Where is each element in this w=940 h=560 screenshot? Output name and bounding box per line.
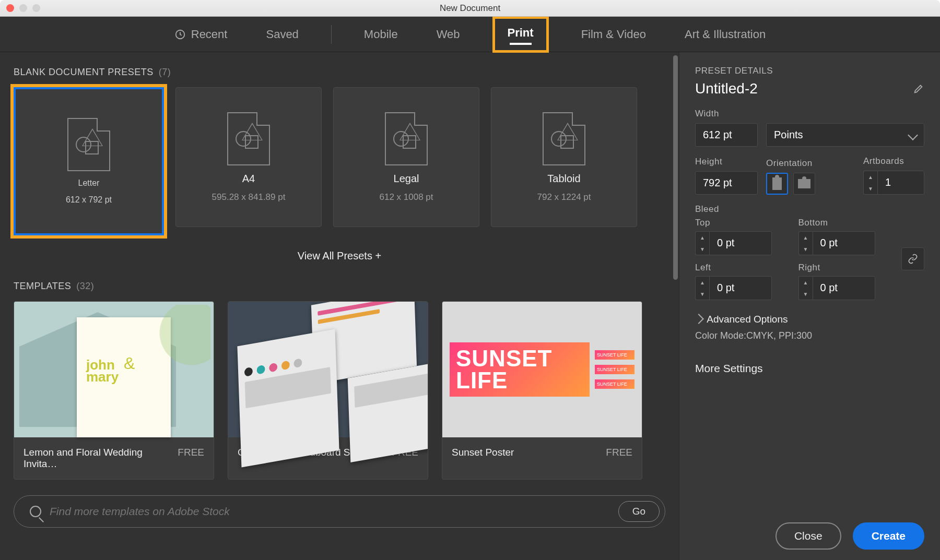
tab-label: Art & Illustration xyxy=(685,28,766,41)
search-icon xyxy=(30,506,41,517)
preset-dimensions: 612 x 1008 pt xyxy=(379,192,433,202)
template-name: Sunset Poster xyxy=(452,447,514,458)
landscape-icon xyxy=(798,179,810,188)
preset-details-header: PRESET DETAILS xyxy=(695,66,924,76)
tab-label: Saved xyxy=(266,28,298,41)
height-label: Height xyxy=(695,157,758,167)
tab-saved[interactable]: Saved xyxy=(260,20,304,49)
preset-details-panel: PRESET DETAILS Untitled-2 Width 612 pt P… xyxy=(679,52,940,560)
template-thumbnail: johnmary & xyxy=(14,302,214,437)
window-title: New Document xyxy=(440,3,500,14)
width-field[interactable]: 612 pt xyxy=(695,123,758,147)
document-icon xyxy=(227,112,270,165)
bleed-right-stepper[interactable]: ▲▼ xyxy=(798,276,813,300)
advanced-options-toggle[interactable]: Advanced Options xyxy=(695,314,924,325)
height-field[interactable]: 792 pt xyxy=(695,171,758,195)
bleed-link-toggle[interactable] xyxy=(901,247,924,270)
link-icon xyxy=(908,254,918,264)
clock-icon xyxy=(174,29,186,40)
bleed-right-field[interactable]: 0 pt xyxy=(813,276,875,300)
bleed-top-stepper[interactable]: ▲▼ xyxy=(695,231,709,255)
chevron-down-icon xyxy=(908,130,918,140)
template-thumbnail xyxy=(228,302,428,437)
tab-mobile[interactable]: Mobile xyxy=(358,20,404,49)
tab-label: Recent xyxy=(191,28,228,41)
artboards-field[interactable]: 1 xyxy=(877,171,924,195)
tab-label: Print xyxy=(508,26,534,40)
go-button[interactable]: Go xyxy=(618,501,660,522)
close-button[interactable]: Close xyxy=(776,522,841,550)
template-card-wedding[interactable]: johnmary & Lemon and Floral Wedding Invi… xyxy=(14,301,214,480)
tab-print[interactable]: Print xyxy=(506,24,536,47)
document-icon xyxy=(543,112,585,165)
zoom-window-icon[interactable] xyxy=(32,4,40,12)
bleed-top-field[interactable]: 0 pt xyxy=(709,231,772,255)
tab-label: Web xyxy=(437,28,460,41)
orientation-landscape[interactable] xyxy=(793,173,815,195)
stock-search-bar: Go xyxy=(14,495,665,528)
document-icon xyxy=(67,118,110,171)
preset-dimensions: 595.28 x 841.89 pt xyxy=(212,192,286,202)
template-thumbnail: SUNSETLIFE SUNSET LIFESUNSET LIFESUNSET … xyxy=(442,302,642,437)
main-panel: BLANK DOCUMENT PRESETS (7) Letter 612 x … xyxy=(0,52,679,560)
template-card-sunset[interactable]: SUNSETLIFE SUNSET LIFESUNSET LIFESUNSET … xyxy=(442,301,642,480)
document-icon xyxy=(385,112,428,165)
preset-name: Legal xyxy=(394,173,419,185)
preset-row: Letter 612 x 792 pt A4 595.28 x 841.89 p… xyxy=(14,87,665,235)
more-settings-button[interactable]: More Settings xyxy=(695,362,924,375)
bleed-left-field[interactable]: 0 pt xyxy=(709,276,772,300)
bleed-bottom-label: Bottom xyxy=(798,218,891,228)
create-button[interactable]: Create xyxy=(853,522,924,550)
window-titlebar: New Document xyxy=(0,0,940,17)
tab-art-illustration[interactable]: Art & Illustration xyxy=(678,20,772,49)
presets-header-text: BLANK DOCUMENT PRESETS xyxy=(14,67,154,78)
templates-header: TEMPLATES (32) xyxy=(14,281,665,292)
tab-web[interactable]: Web xyxy=(430,20,466,49)
bleed-right-label: Right xyxy=(798,263,891,273)
tab-label: Mobile xyxy=(364,28,398,41)
preset-dimensions: 792 x 1224 pt xyxy=(537,192,591,202)
preset-card-letter[interactable]: Letter 612 x 792 pt xyxy=(14,87,164,235)
category-tabs: Recent Saved Mobile Web Print Film & Vid… xyxy=(0,17,940,52)
units-value: Points xyxy=(774,129,803,141)
stock-search-input[interactable] xyxy=(50,505,610,518)
view-all-presets[interactable]: View All Presets + xyxy=(14,250,665,262)
traffic-lights xyxy=(6,4,40,12)
bleed-label: Bleed xyxy=(695,204,924,215)
template-price: FREE xyxy=(178,447,204,470)
tab-film-video[interactable]: Film & Video xyxy=(575,20,652,49)
orientation-portrait[interactable] xyxy=(766,173,788,195)
tab-recent[interactable]: Recent xyxy=(168,20,234,49)
portrait-icon xyxy=(772,177,782,190)
bleed-bottom-stepper[interactable]: ▲▼ xyxy=(798,231,813,255)
preset-card-legal[interactable]: Legal 612 x 1008 pt xyxy=(333,87,479,227)
preset-letter-highlight: Letter 612 x 792 pt xyxy=(10,84,167,239)
tab-label: Film & Video xyxy=(581,28,646,41)
scrollbar-thumb[interactable] xyxy=(673,55,678,280)
artboards-stepper[interactable]: ▲▼ xyxy=(863,171,877,195)
bleed-bottom-field[interactable]: 0 pt xyxy=(813,231,875,255)
templates-count: (32) xyxy=(76,281,94,292)
advanced-options-label: Advanced Options xyxy=(707,314,788,325)
presets-count: (7) xyxy=(159,67,171,78)
artboards-label: Artboards xyxy=(863,156,924,166)
template-row: johnmary & Lemon and Floral Wedding Invi… xyxy=(14,301,665,480)
orientation-label: Orientation xyxy=(766,158,815,169)
preset-name: A4 xyxy=(242,173,255,185)
edit-name-icon[interactable] xyxy=(913,83,924,94)
width-label: Width xyxy=(695,109,924,119)
tab-print-highlight: Print xyxy=(492,16,549,53)
preset-dimensions: 612 x 792 pt xyxy=(66,195,112,205)
bleed-top-label: Top xyxy=(695,218,788,228)
color-mode-summary: Color Mode:CMYK, PPI:300 xyxy=(695,330,924,341)
close-window-icon[interactable] xyxy=(6,4,14,12)
preset-card-a4[interactable]: A4 595.28 x 841.89 pt xyxy=(175,87,322,227)
preset-card-tabloid[interactable]: Tabloid 792 x 1224 pt xyxy=(491,87,637,227)
units-select[interactable]: Points xyxy=(766,123,924,147)
minimize-window-icon[interactable] xyxy=(19,4,27,12)
document-name[interactable]: Untitled-2 xyxy=(695,80,758,97)
templates-header-text: TEMPLATES xyxy=(14,281,71,292)
template-card-moodboard[interactable]: Concepting Moodboard Set FREE xyxy=(228,301,428,480)
preset-name: Tabloid xyxy=(547,173,580,185)
bleed-left-stepper[interactable]: ▲▼ xyxy=(695,276,709,300)
